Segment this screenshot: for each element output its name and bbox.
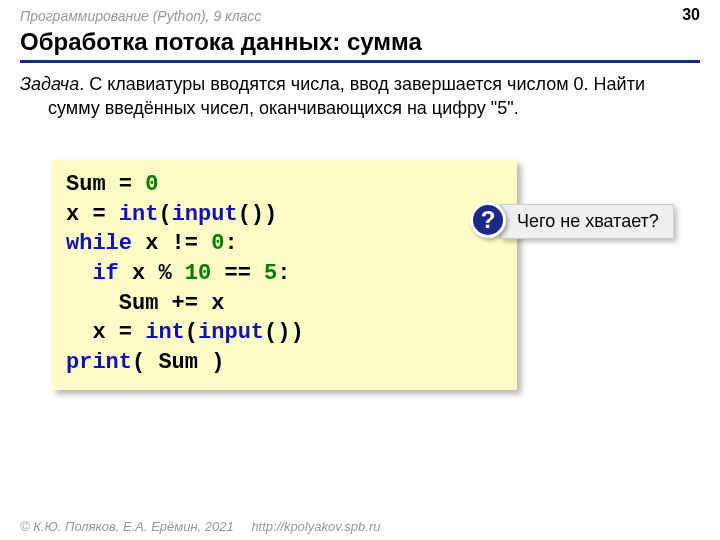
code-token: ( [158, 202, 171, 227]
code-token: x % [119, 261, 185, 286]
code-token: ( Sum ) [132, 350, 224, 375]
slide-title: Обработка потока данных: сумма [20, 28, 700, 63]
code-keyword: while [66, 231, 132, 256]
task-block: Задача. С клавиатуры вводятся числа, вво… [20, 72, 700, 121]
code-keyword: if [92, 261, 118, 286]
code-number: 5 [264, 261, 277, 286]
code-token: x = [66, 202, 119, 227]
question-callout: Чего не хватает? [500, 204, 674, 239]
code-token: x != [132, 231, 211, 256]
code-token: ()) [264, 320, 304, 345]
code-token: ( [185, 320, 198, 345]
code-builtin: int [119, 202, 159, 227]
code-token: ()) [238, 202, 278, 227]
question-mark-icon: ? [470, 202, 506, 238]
code-builtin: int [145, 320, 185, 345]
code-number: 0 [145, 172, 158, 197]
code-builtin: input [198, 320, 264, 345]
code-token: == [211, 261, 264, 286]
task-text: . С клавиатуры вводятся числа, ввод заве… [48, 74, 645, 118]
task-label: Задача [20, 74, 79, 94]
code-token: x = [66, 320, 145, 345]
code-token: Sum = [66, 172, 145, 197]
code-keyword: print [66, 350, 132, 375]
code-block: Sum = 0 x = int(input()) while x != 0: i… [52, 160, 517, 390]
code-number: 0 [211, 231, 224, 256]
footer: © К.Ю. Поляков, Е.А. Ерёмин, 2021 http:/… [20, 519, 380, 534]
page-number: 30 [682, 6, 700, 24]
code-indent [66, 261, 92, 286]
code-token: : [224, 231, 237, 256]
footer-copyright: © К.Ю. Поляков, Е.А. Ерёмин, 2021 [20, 519, 234, 534]
code-builtin: input [172, 202, 238, 227]
course-subtitle: Программирование (Python), 9 класс [20, 8, 261, 24]
footer-link: http://kpolyakov.spb.ru [251, 519, 380, 534]
code-number: 10 [185, 261, 211, 286]
code-token: : [277, 261, 290, 286]
code-line: Sum += x [66, 291, 224, 316]
